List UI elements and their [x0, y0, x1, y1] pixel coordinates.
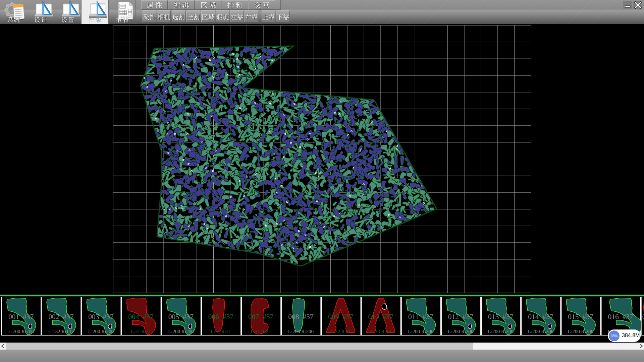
svg-text:014_#37: 014_#37: [528, 313, 553, 321]
svg-text:L:200 R:200: L:200 R:200: [568, 329, 593, 334]
svg-text:004_#37: 004_#37: [128, 313, 154, 321]
svg-text:010_#37: 010_#37: [368, 313, 393, 321]
svg-text:L:200 R:200: L:200 R:200: [528, 329, 553, 334]
svg-text:L:200 R:200: L:200 R:200: [88, 329, 114, 334]
svg-text:011_#37: 011_#37: [408, 313, 433, 321]
svg-text:009_#37: 009_#37: [328, 313, 354, 321]
svg-text:L:200 R:200: L:200 R:200: [448, 329, 473, 334]
svg-text:005_#37: 005_#37: [168, 313, 194, 321]
svg-text:012_#37: 012_#37: [448, 313, 474, 321]
svg-text:L:700 R:700: L:700 R:700: [8, 329, 34, 334]
svg-text:003_#37: 003_#37: [88, 313, 114, 321]
svg-text:015_#37: 015_#37: [568, 313, 593, 321]
svg-text:L:31 R:31: L:31 R:31: [130, 329, 151, 334]
svg-text:001_#37: 001_#37: [8, 313, 34, 321]
svg-text:L:200 R:200: L:200 R:200: [288, 329, 314, 334]
svg-text:006_#37: 006_#37: [208, 313, 234, 321]
svg-text:L:31 R:31: L:31 R:31: [251, 329, 271, 334]
svg-text:L:200 R:200: L:200 R:200: [408, 329, 433, 334]
svg-text:016_#37: 016_#37: [608, 313, 633, 321]
svg-text:008_#37: 008_#37: [288, 313, 314, 321]
svg-text:007_#37: 007_#37: [248, 313, 274, 321]
svg-text:0: 0: [642, 313, 644, 321]
svg-text:L:200 R:200: L:200 R:200: [168, 329, 194, 334]
svg-text:L:32 R:31: L:32 R:31: [330, 329, 351, 334]
svg-text:L:132 R:132: L:132 R:132: [48, 329, 74, 334]
svg-text:L:33 R:33: L:33 R:33: [370, 329, 391, 334]
svg-text:002_#37: 002_#37: [48, 313, 74, 321]
svg-text:L:21 R:21: L:21 R:21: [211, 329, 231, 334]
svg-text:013_#37: 013_#37: [488, 313, 514, 321]
svg-text:L:200 R:200: L:200 R:200: [488, 329, 513, 334]
